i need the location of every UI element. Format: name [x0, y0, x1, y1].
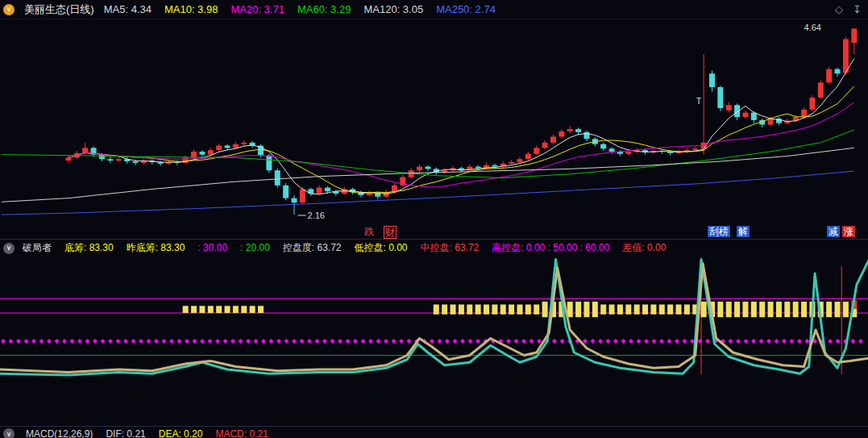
- diamond-row: [1, 339, 863, 344]
- candlestick-chart: 4.642.16T: [0, 19, 868, 239]
- pattern-icon[interactable]: ◇: [835, 3, 843, 15]
- indicator-value-label: 破局者: [23, 242, 52, 253]
- indicator-panel[interactable]: [0, 257, 868, 426]
- ma-value-label: MA120: 3.05: [363, 3, 423, 15]
- ma-value-label: MA250: 2.74: [436, 3, 496, 15]
- indicator-header: ∨ 破局者底筹: 83.30昨底筹: 83.30: 30.00: 20.00控盘…: [0, 239, 868, 257]
- indicator-value-label: 中控盘: 63.72: [421, 242, 480, 253]
- ma-value-label: MA5: 4.34: [104, 3, 152, 15]
- indicator-values: 破局者底筹: 83.30昨底筹: 83.30: 30.00: 20.00控盘度:…: [23, 241, 679, 255]
- macd-values: MACD(12,26,9)DIF: 0.21DEA: 0.20MACD: 0.2…: [26, 428, 281, 438]
- macd-header: ∨ MACD(12,26,9)DIF: 0.21DEA: 0.20MACD: 0…: [0, 426, 868, 438]
- ma-value-label: MA60: 3.29: [297, 3, 351, 15]
- macd-value-label: MACD: 0.21: [215, 428, 268, 438]
- price-label: T: [696, 96, 702, 106]
- stock-title: 美丽生态(日线): [24, 2, 94, 17]
- ma-value-label: MA10: 3.98: [164, 3, 218, 15]
- indicator-value-label: 差值: 0.00: [622, 242, 666, 253]
- indicator-value-label: 高控盘: 0.00 : 50.00 : 60.00: [492, 242, 609, 253]
- collapse-icon[interactable]: ∨: [3, 243, 15, 254]
- indicator-value-label: : 20.00: [240, 242, 270, 253]
- main-chart-header: ∨ 美丽生态(日线) MA5: 4.34MA10: 3.98MA20: 3.71…: [0, 0, 868, 19]
- main-price-chart[interactable]: 4.642.16T 跌财刮榜解减涨: [0, 19, 868, 239]
- ma250-line: [2, 171, 854, 215]
- macd-value-label: DEA: 0.20: [159, 428, 203, 438]
- indicator-chart: [0, 257, 868, 426]
- header-icons: ◇↧: [835, 3, 862, 15]
- ma-labels: MA5: 4.34MA10: 3.98MA20: 3.71MA60: 3.29M…: [104, 3, 509, 15]
- indicator-value-label: 底筹: 83.30: [64, 242, 114, 253]
- indicator-value-label: 昨底筹: 83.30: [127, 242, 185, 253]
- indicator-value-label: 控盘度: 63.72: [283, 242, 342, 253]
- ma-lines-layer: [2, 59, 854, 215]
- collapse-icon[interactable]: ∨: [3, 4, 15, 15]
- macd-value-label: MACD(12,26,9): [26, 428, 93, 438]
- macd-value-label: DIF: 0.21: [106, 428, 145, 438]
- indicator-value-label: 低控盘: 0.00: [355, 242, 408, 253]
- ma-value-label: MA20: 3.71: [230, 3, 284, 15]
- download-icon[interactable]: ↧: [853, 3, 862, 15]
- indicator-value-label: : 30.00: [197, 242, 227, 253]
- collapse-icon[interactable]: ∨: [3, 428, 15, 438]
- price-label: 2.16: [308, 211, 325, 220]
- price-label: 4.64: [804, 23, 821, 32]
- chip-bars-layer: [183, 300, 858, 317]
- price-annotations: 4.642.16T: [298, 23, 821, 220]
- candlestick-layer: [66, 28, 858, 215]
